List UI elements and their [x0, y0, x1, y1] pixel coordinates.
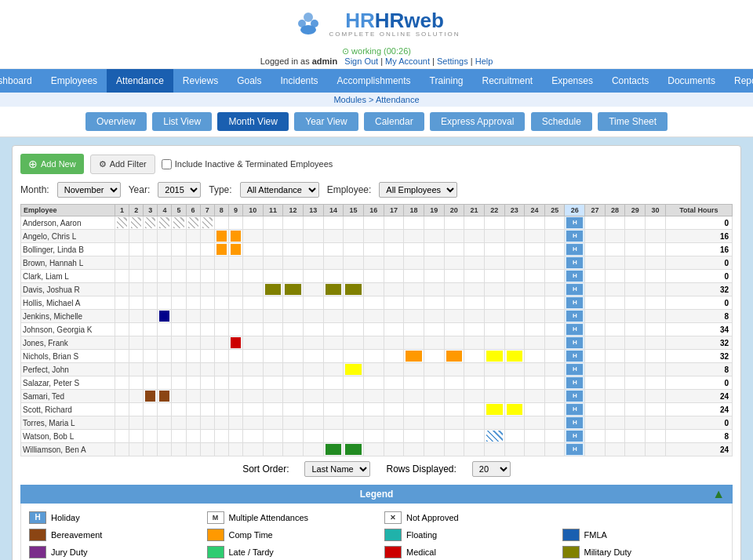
day-25-cell[interactable]	[544, 243, 565, 256]
day-3-cell[interactable]	[144, 363, 158, 376]
day-3-cell[interactable]	[144, 216, 158, 230]
day-22-cell[interactable]	[484, 376, 504, 390]
day-11-cell[interactable]	[263, 363, 283, 376]
day-19-cell[interactable]	[424, 443, 444, 456]
day-6-cell[interactable]	[186, 336, 200, 350]
day-5-cell[interactable]	[172, 443, 186, 456]
day-29-cell[interactable]	[625, 270, 646, 283]
day-7-cell[interactable]	[200, 403, 214, 416]
day-4-cell[interactable]	[158, 283, 172, 296]
day-21-cell[interactable]	[464, 270, 485, 283]
day-28-cell[interactable]	[605, 443, 625, 456]
day-23-cell[interactable]	[504, 216, 525, 230]
day-22-cell[interactable]	[484, 270, 504, 283]
day-29-cell[interactable]	[625, 296, 646, 310]
day-27-cell[interactable]	[585, 283, 606, 296]
day-1-cell[interactable]	[115, 363, 129, 376]
day-1-cell[interactable]	[115, 430, 129, 443]
day-3-cell[interactable]	[144, 323, 158, 336]
day-20-cell[interactable]	[444, 403, 464, 416]
day-14-cell[interactable]	[323, 270, 344, 283]
day-5-cell[interactable]	[172, 256, 186, 270]
day-3-cell[interactable]	[144, 443, 158, 456]
day-17-cell[interactable]	[384, 416, 404, 430]
btn-year-view[interactable]: Year View	[294, 112, 358, 131]
nav-accomplishments[interactable]: Accomplishments	[328, 69, 420, 93]
day-17-cell[interactable]	[384, 323, 404, 336]
day-11-cell[interactable]	[263, 403, 283, 416]
day-1-cell[interactable]	[115, 390, 129, 403]
include-inactive-checkbox[interactable]	[162, 159, 172, 169]
day-29-cell[interactable]	[625, 283, 646, 296]
day-7-cell[interactable]	[200, 256, 214, 270]
day-23-cell[interactable]	[504, 230, 525, 243]
day-28-cell[interactable]	[605, 230, 625, 243]
day-20-cell[interactable]	[444, 336, 464, 350]
day-9-cell[interactable]	[228, 376, 242, 390]
day-6-cell[interactable]	[186, 216, 200, 230]
day-20-cell[interactable]	[444, 296, 464, 310]
day-12-cell[interactable]	[283, 243, 304, 256]
day-16-cell[interactable]	[363, 430, 384, 443]
day-8-cell[interactable]	[214, 416, 228, 430]
day-17-cell[interactable]	[384, 243, 404, 256]
day-8-cell[interactable]	[214, 363, 228, 376]
day-7-cell[interactable]	[200, 416, 214, 430]
day-22-cell[interactable]	[484, 283, 504, 296]
day-14-cell[interactable]	[323, 430, 344, 443]
btn-time-sheet[interactable]: Time Sheet	[598, 112, 668, 131]
day-5-cell[interactable]	[172, 270, 186, 283]
btn-month-view[interactable]: Month View	[217, 112, 288, 131]
day-8-cell[interactable]	[214, 430, 228, 443]
day-19-cell[interactable]	[424, 350, 444, 363]
day-24-cell[interactable]	[525, 270, 545, 283]
day-17-cell[interactable]	[384, 350, 404, 363]
day-27-cell[interactable]	[585, 310, 606, 323]
settings-link[interactable]: Settings	[437, 56, 468, 66]
day-1-cell[interactable]	[115, 323, 129, 336]
day-15-cell[interactable]	[344, 296, 364, 310]
day-27-cell[interactable]	[585, 230, 606, 243]
day-27-cell[interactable]	[585, 256, 606, 270]
day-12-cell[interactable]	[283, 283, 304, 296]
day-6-cell[interactable]	[186, 243, 200, 256]
day-22-cell[interactable]	[484, 230, 504, 243]
nav-reports[interactable]: Reports	[725, 69, 753, 93]
day-3-cell[interactable]	[144, 403, 158, 416]
day-16-cell[interactable]	[363, 390, 384, 403]
day-4-cell[interactable]	[158, 430, 172, 443]
day-4-cell[interactable]	[158, 216, 172, 230]
day-6-cell[interactable]	[186, 430, 200, 443]
day-3-cell[interactable]	[144, 390, 158, 403]
day-1-cell[interactable]	[115, 256, 129, 270]
day-23-cell[interactable]	[504, 283, 525, 296]
day-6-cell[interactable]	[186, 256, 200, 270]
day-23-cell[interactable]	[504, 323, 525, 336]
day-7-cell[interactable]	[200, 363, 214, 376]
nav-recruitment[interactable]: Recruitment	[473, 69, 543, 93]
day-7-cell[interactable]	[200, 376, 214, 390]
day-25-cell[interactable]	[544, 403, 565, 416]
day-2-cell[interactable]	[129, 363, 144, 376]
day-19-cell[interactable]	[424, 243, 444, 256]
day-8-cell[interactable]	[214, 350, 228, 363]
day-21-cell[interactable]	[464, 230, 485, 243]
day-20-cell[interactable]	[444, 283, 464, 296]
day-20-cell[interactable]	[444, 416, 464, 430]
day-13-cell[interactable]	[303, 230, 323, 243]
day-24-cell[interactable]	[525, 416, 545, 430]
day-28-cell[interactable]	[605, 323, 625, 336]
day-30-cell[interactable]	[646, 216, 666, 230]
day-9-cell[interactable]	[228, 243, 242, 256]
day-22-cell[interactable]	[484, 363, 504, 376]
day-18-cell[interactable]	[404, 376, 424, 390]
day-2-cell[interactable]	[129, 243, 144, 256]
day-21-cell[interactable]	[464, 416, 485, 430]
day-9-cell[interactable]	[228, 390, 242, 403]
year-select[interactable]: 2015	[158, 182, 201, 198]
day-19-cell[interactable]	[424, 310, 444, 323]
day-19-cell[interactable]	[424, 270, 444, 283]
day-9-cell[interactable]	[228, 270, 242, 283]
day-13-cell[interactable]	[303, 336, 323, 350]
day-18-cell[interactable]	[404, 243, 424, 256]
